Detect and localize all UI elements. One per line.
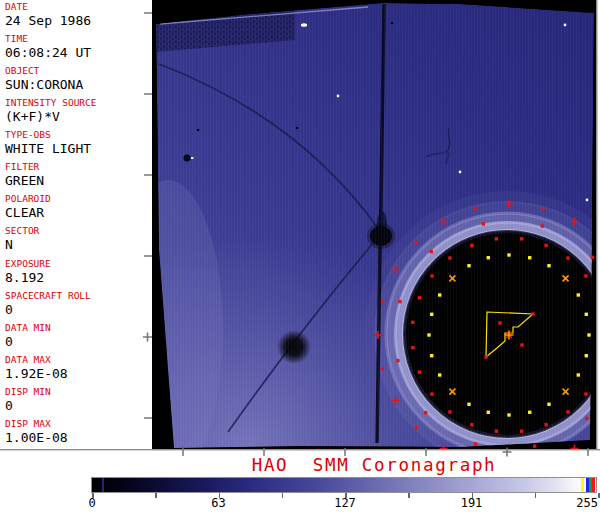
ring-dot (470, 244, 473, 247)
intensity-colorbar (91, 477, 597, 493)
ring-dot (418, 370, 421, 373)
ring-dot (531, 312, 534, 315)
ring-dot (544, 244, 547, 247)
white-speck (586, 199, 589, 202)
colorbar-tick (155, 493, 157, 498)
ring-dot (482, 222, 485, 225)
ring-dot (495, 237, 498, 240)
ring-dot (418, 296, 421, 299)
ring-dot (487, 411, 490, 414)
ring-dot (520, 237, 523, 240)
white-speck (301, 23, 307, 27)
ring-dot (396, 359, 399, 362)
white-speck (337, 95, 340, 98)
ring-dot (507, 253, 510, 256)
ring-dot (430, 274, 433, 277)
ring-dot (520, 343, 523, 346)
ring-dot (448, 256, 451, 259)
white-speck (459, 171, 462, 174)
ring-dot (585, 354, 588, 357)
ring-dot (398, 300, 401, 303)
ring-dot (415, 426, 418, 429)
ring-dot (498, 321, 501, 324)
colorbar-tick (282, 493, 284, 498)
colorbar-tick (598, 493, 600, 498)
ring-dot (411, 346, 414, 349)
left-axis-tick (144, 174, 152, 176)
colorbar-tick (535, 493, 537, 498)
ring-dot (427, 333, 430, 336)
ring-dot (381, 299, 384, 302)
ring-dot (585, 313, 588, 316)
ring-dot (467, 264, 470, 267)
colorbar-tick-label: 255 (576, 497, 598, 510)
ring-dot (591, 256, 594, 259)
ring-dot (528, 411, 531, 414)
ring-dot (470, 423, 473, 426)
ring-dot (473, 207, 476, 210)
colorbar-tick (408, 493, 410, 498)
dark-speck (197, 129, 200, 132)
colorbar-tick-label: 191 (461, 497, 483, 510)
ring-dot (507, 413, 510, 416)
ring-dot (430, 313, 433, 316)
left-axis-tick (144, 417, 152, 419)
ring-dot (487, 256, 490, 259)
ring-dot (547, 264, 550, 267)
left-axis-tick (144, 255, 152, 257)
page-title: HAO SMM Coronagraph (246, 456, 502, 474)
colorbar-tick-label: 0 (88, 497, 95, 510)
ring-dot (544, 423, 547, 426)
bottom-axis-tick (587, 448, 589, 456)
ring-dot (438, 293, 441, 296)
ring-dot (547, 403, 550, 406)
bottom-border-line (0, 449, 600, 450)
ring-dot (467, 403, 470, 406)
ring-dot (448, 410, 451, 413)
colorbar-gradient (92, 478, 596, 492)
ring-dot (430, 250, 433, 253)
white-speck (191, 157, 194, 159)
ring-dot (424, 411, 427, 414)
dark-speck (391, 22, 394, 25)
colorbar-tick-label: 127 (334, 497, 356, 510)
ring-dot (495, 429, 498, 432)
ring-dot (381, 367, 384, 370)
colorbar-overlay-stripe (592, 478, 595, 492)
ring-dot (484, 355, 487, 358)
white-speck (564, 24, 567, 27)
sun-center-row-plus-mark (143, 333, 152, 342)
exposure-frame (35, 0, 600, 458)
ring-dot (520, 429, 523, 432)
ring-dot (584, 274, 587, 277)
bottom-axis-tick (182, 448, 184, 456)
coronagraph-image (0, 0, 600, 458)
ring-dot (415, 241, 418, 244)
ring-dot (528, 256, 531, 259)
ring-dot (584, 392, 587, 395)
ring-dot (566, 410, 569, 413)
ring-dot (587, 333, 590, 336)
ring-dot (577, 293, 580, 296)
left-axis-tick (144, 93, 152, 95)
colorbar-lut-stripe (102, 478, 104, 492)
ring-dot (566, 256, 569, 259)
ring-dot (430, 354, 433, 357)
ring-dot (533, 444, 536, 447)
right-border-line (596, 0, 598, 450)
ring-dot (585, 417, 588, 420)
dark-speck (184, 155, 191, 162)
dark-speck (296, 127, 299, 130)
left-axis-tick (144, 12, 152, 14)
ring-dot (541, 207, 544, 210)
ring-dot (430, 392, 433, 395)
ring-dot (438, 373, 441, 376)
colorbar-overlay-stripe (581, 478, 584, 492)
ring-dot (577, 373, 580, 376)
ring-dot (411, 321, 414, 324)
colorbar-tick-label: 63 (211, 497, 225, 510)
ring-dot (474, 442, 477, 445)
ring-dot (541, 224, 544, 227)
